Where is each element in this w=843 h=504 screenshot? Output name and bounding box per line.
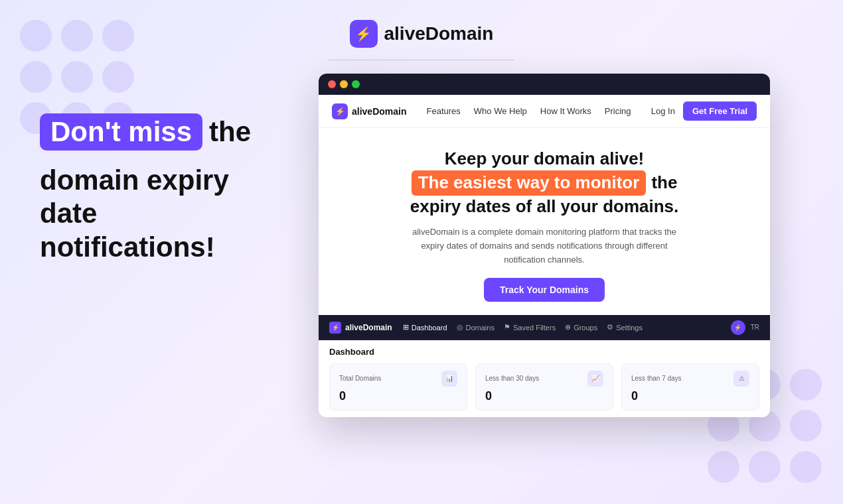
browser-dot-red xyxy=(328,80,336,88)
circle-br-8 xyxy=(749,451,781,483)
nav-link-who-we-help[interactable]: Who We Help xyxy=(474,106,527,116)
inner-dash-logo: ⚡ aliveDomain xyxy=(329,322,392,334)
dash-nav-settings[interactable]: ⚙ Settings xyxy=(607,323,643,332)
dash-card-total: Total Domains 📊 0 xyxy=(329,363,467,410)
hero-text: Don't miss the domain expiry date notifi… xyxy=(40,74,292,264)
dash-page-title: Dashboard xyxy=(329,347,759,357)
hero-line3: notifications! xyxy=(40,231,292,264)
browser-dot-green xyxy=(352,80,360,88)
inner-cta-button[interactable]: Track Your Domains xyxy=(484,278,605,302)
dash-user-label: TR xyxy=(751,324,759,331)
inner-logo-icon: ⚡ xyxy=(332,103,348,119)
dash-card-7days-value: 0 xyxy=(631,389,749,403)
logo-text: aliveDomain xyxy=(384,23,494,44)
inner-hero-highlight: The easiest way to monitor xyxy=(412,170,647,196)
browser-mockup: ⚡ aliveDomain Features Who We Help How I… xyxy=(319,74,770,417)
nav-cta-button[interactable]: Get Free Trial xyxy=(683,101,757,121)
hero-line1: Don't miss the xyxy=(40,113,292,151)
dash-nav-domains[interactable]: ◎ Domains xyxy=(457,323,495,332)
inner-hero-title3: expiry dates of all your domains. xyxy=(345,196,743,218)
logo-icon: ⚡ xyxy=(350,20,378,48)
dash-card-30days-value: 0 xyxy=(485,389,603,403)
dash-nav-saved-filters[interactable]: ⚑ Saved Filters xyxy=(504,323,556,332)
hero-line2: domain expiry date xyxy=(40,164,292,231)
circle-br-9 xyxy=(790,451,822,483)
hero-highlight: Don't miss xyxy=(40,113,202,151)
dash-avatar: ⚡ xyxy=(731,320,745,335)
nav-link-how-it-works[interactable]: How It Works xyxy=(540,106,591,116)
dash-card-7days: Less than 7 days ⚠ 0 xyxy=(621,363,759,410)
dash-card-7days-icon: ⚠ xyxy=(733,371,749,387)
circle-3 xyxy=(102,20,134,52)
header-divider xyxy=(329,60,514,60)
inner-nav-actions: Log In Get Free Trial xyxy=(651,101,757,121)
dash-card-30days: Less than 30 days 📈 0 xyxy=(475,363,613,410)
logo-area: ⚡ aliveDomain xyxy=(350,20,494,48)
inner-dash-nav-right: ⚡ TR xyxy=(731,320,759,335)
inner-hero-title2: The easiest way to monitor the xyxy=(345,170,743,196)
dash-cards: Total Domains 📊 0 Less than 30 days 📈 0 xyxy=(329,363,759,410)
header-area: ⚡ aliveDomain xyxy=(329,0,514,60)
main-content: Don't miss the domain expiry date notifi… xyxy=(0,74,843,417)
dash-card-7days-label: Less than 7 days ⚠ xyxy=(631,371,749,387)
inner-logo: ⚡ aliveDomain xyxy=(332,103,406,119)
dash-nav-groups[interactable]: ⊕ Groups xyxy=(565,323,597,332)
inner-dash-nav-items: ⊞ Dashboard ◎ Domains ⚑ Saved Filters xyxy=(403,323,720,332)
inner-hero-title2-rest: the xyxy=(651,172,677,194)
dash-card-total-label: Total Domains 📊 xyxy=(339,371,457,387)
circle-2 xyxy=(61,20,93,52)
inner-dashboard-preview: ⚡ aliveDomain ⊞ Dashboard ◎ Domains xyxy=(319,315,770,417)
hero-line1-rest: the xyxy=(209,116,251,148)
dash-card-30days-label: Less than 30 days 📈 xyxy=(485,371,603,387)
inner-logo-text: aliveDomain xyxy=(352,106,406,117)
inner-hero-section: Keep your domain alive! The easiest way … xyxy=(319,128,770,315)
inner-hero-description: aliveDomain is a complete domain monitor… xyxy=(412,225,677,267)
dash-card-30days-icon: 📈 xyxy=(587,371,603,387)
circle-1 xyxy=(20,20,52,52)
browser-chrome xyxy=(319,74,770,95)
inner-nav-links: Features Who We Help How It Works Pricin… xyxy=(426,106,651,116)
nav-login-button[interactable]: Log In xyxy=(651,106,675,116)
inner-dash-logo-text: aliveDomain xyxy=(345,323,392,332)
page-wrapper: ⚡ aliveDomain Don't miss the domain expi… xyxy=(0,0,843,504)
dash-card-total-icon: 📊 xyxy=(441,371,457,387)
dash-nav-dashboard[interactable]: ⊞ Dashboard xyxy=(403,323,447,332)
inner-dash-nav: ⚡ aliveDomain ⊞ Dashboard ◎ Domains xyxy=(319,315,770,340)
dash-card-total-value: 0 xyxy=(339,389,457,403)
inner-hero-title1: Keep your domain alive! xyxy=(345,148,743,170)
nav-link-pricing[interactable]: Pricing xyxy=(605,106,631,116)
inner-dash-logo-icon: ⚡ xyxy=(329,322,341,334)
inner-dash-content: Dashboard Total Domains 📊 0 Less than 30… xyxy=(319,340,770,417)
inner-nav: ⚡ aliveDomain Features Who We Help How I… xyxy=(319,95,770,128)
nav-link-features[interactable]: Features xyxy=(426,106,460,116)
browser-dot-yellow xyxy=(340,80,348,88)
circle-br-7 xyxy=(708,451,739,483)
